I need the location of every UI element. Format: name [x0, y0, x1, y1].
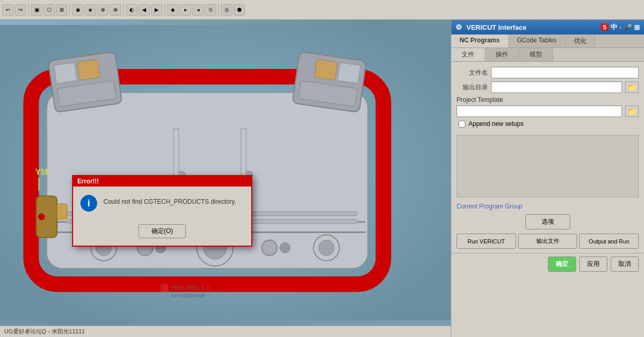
- svg-rect-29: [57, 204, 67, 219]
- run-vericut-button[interactable]: Run VERICUT: [456, 234, 516, 249]
- toolbar-sep-5: [218, 4, 219, 16]
- svg-rect-25: [161, 284, 169, 292]
- error-body: i Could not find CGTECH_PRODUCTS directo…: [73, 187, 251, 220]
- mic-icon: 🎤: [624, 24, 632, 31]
- toolbar-sep-2: [69, 4, 70, 16]
- svg-rect-8: [337, 63, 360, 84]
- append-label: Append new setups: [469, 120, 523, 127]
- sub-tab-file[interactable]: 文件: [451, 48, 485, 61]
- svg-point-30: [38, 214, 44, 220]
- svg-rect-35: [173, 129, 179, 175]
- filename-label: 文件名: [456, 68, 488, 77]
- svg-text:YM: YM: [35, 168, 48, 177]
- panel-body: 文件名 输出目录 📁 Project Template 📁 Append new…: [451, 64, 644, 135]
- toolbar-icon-6[interactable]: ◉: [72, 4, 84, 16]
- outputdir-label: 输出目录: [456, 83, 488, 92]
- svg-rect-36: [241, 129, 246, 175]
- toolbar-icon-2[interactable]: ↪: [15, 4, 26, 16]
- toolbar-icon-11[interactable]: ◀: [138, 4, 150, 16]
- toolbar-icon-9[interactable]: ⊗: [110, 4, 121, 16]
- main-tabs-row: NC Programs GCode Tables 优化: [451, 34, 644, 48]
- output-and-run-button[interactable]: Output and Run: [579, 234, 639, 249]
- outputdir-input[interactable]: [491, 82, 622, 93]
- project-template-row: 📁: [456, 106, 639, 117]
- error-title: Error!!!: [77, 178, 99, 185]
- status-text: UG爱好者论坛Q－米阳光11111: [4, 328, 85, 335]
- toolbar-icon-5[interactable]: ⊞: [56, 4, 67, 16]
- gear-icon: ⚙: [455, 23, 462, 31]
- action-buttons-row: Run VERICUT 输出文件 Output and Run: [451, 234, 644, 249]
- svg-rect-9: [314, 60, 337, 80]
- tab-nc-programs[interactable]: NC Programs: [451, 34, 509, 48]
- toolbar-icon-7[interactable]: ◈: [85, 4, 96, 16]
- info-icon: i: [80, 195, 97, 212]
- outputdir-row: 输出目录 📁: [456, 82, 639, 93]
- chinese-char-1: 中: [611, 22, 617, 32]
- sub-tab-model[interactable]: 模型: [519, 48, 553, 61]
- cad-viewport: VB61-0001 X 1 AYYODOMAIN YM: [0, 20, 451, 326]
- ellipsis-icon: ·: [619, 24, 622, 31]
- toolbar-icon-1[interactable]: ↩: [2, 4, 14, 16]
- options-button[interactable]: 选项: [525, 214, 570, 229]
- toolbar-icon-13[interactable]: ◆: [167, 4, 179, 16]
- toolbar-icon-10[interactable]: ◐: [126, 4, 137, 16]
- outputdir-browse-btn[interactable]: 📁: [625, 82, 639, 93]
- apply-button[interactable]: 应用: [579, 257, 607, 272]
- svg-point-20: [280, 242, 290, 253]
- toolbar-sep-4: [165, 4, 165, 16]
- tab-optimize[interactable]: 优化: [566, 34, 595, 48]
- cad-illustration: VB61-0001 X 1 AYYODOMAIN YM: [0, 20, 451, 326]
- toolbar-sep-1: [28, 4, 29, 16]
- error-message: Could not find CGTECH_PRODUCTS directory…: [103, 195, 236, 205]
- panel-title: VERICUT Interface: [466, 24, 596, 31]
- toolbar-icon-15[interactable]: ◂: [192, 4, 204, 16]
- append-checkbox-row: Append new setups: [456, 120, 639, 127]
- error-dialog: Error!!! i Could not find CGTECH_PRODUCT…: [72, 175, 252, 247]
- toolbar-icon-17[interactable]: ◎: [221, 4, 232, 16]
- project-template-label: Project Template: [456, 96, 639, 103]
- svg-rect-5: [77, 60, 100, 80]
- s-badge: S: [601, 24, 608, 31]
- toolbar-icon-18[interactable]: ⬢: [233, 4, 245, 16]
- top-toolbar: ↩ ↪ ▣ ⬡ ⊞ ◉ ◈ ⊕ ⊗ ◐ ◀ ▶ ◆ ▸ ◂ ⊙ ◎ ⬢: [0, 0, 644, 20]
- svg-text:VB61-0001 X 1: VB61-0001 X 1: [171, 284, 209, 290]
- filename-row: 文件名: [456, 67, 639, 78]
- panel-title-icons: S 中 · 🎤 ⊞: [601, 22, 640, 32]
- project-template-browse-btn[interactable]: 📁: [625, 106, 639, 117]
- toolbar-icon-12[interactable]: ▶: [151, 4, 162, 16]
- toolbar-icon-4[interactable]: ⬡: [43, 4, 55, 16]
- confirm-button[interactable]: 确定: [548, 257, 576, 272]
- program-group-label: Current Program Group: [451, 201, 644, 212]
- panel-title-bar: ⚙ VERICUT Interface S 中 · 🎤 ⊞: [451, 20, 644, 34]
- sub-tabs-row: 文件 操作 模型: [451, 48, 644, 62]
- error-title-bar: Error!!!: [73, 176, 251, 187]
- options-row: 选项: [451, 214, 644, 229]
- program-group-area: [456, 135, 639, 197]
- error-buttons: 确定(O): [73, 220, 251, 246]
- vericut-panel: ⚙ VERICUT Interface S 中 · 🎤 ⊞ NC Program…: [451, 20, 644, 337]
- toolbar-icon-14[interactable]: ▸: [180, 4, 191, 16]
- cancel-button[interactable]: 取消: [611, 257, 639, 272]
- grid-icon: ⊞: [634, 24, 640, 31]
- sub-tab-operation[interactable]: 操作: [485, 48, 519, 61]
- filename-input[interactable]: [491, 67, 639, 78]
- project-template-input[interactable]: [456, 106, 622, 117]
- svg-point-19: [262, 240, 277, 255]
- svg-point-14: [319, 240, 334, 255]
- svg-rect-4: [54, 63, 77, 84]
- append-checkbox[interactable]: [459, 121, 465, 127]
- tab-gcode-tables[interactable]: GCode Tables: [509, 34, 566, 48]
- output-file-button[interactable]: 输出文件: [518, 234, 578, 249]
- toolbar-icon-3[interactable]: ▣: [31, 4, 42, 16]
- bottom-buttons-row: 确定 应用 取消: [451, 253, 644, 275]
- error-ok-button[interactable]: 确定(O): [138, 224, 186, 238]
- toolbar-icon-16[interactable]: ⊙: [205, 4, 216, 16]
- toolbar-sep-3: [123, 4, 124, 16]
- toolbar-icon-8[interactable]: ⊕: [97, 4, 109, 16]
- svg-text:AYYODOMAIN: AYYODOMAIN: [171, 293, 205, 298]
